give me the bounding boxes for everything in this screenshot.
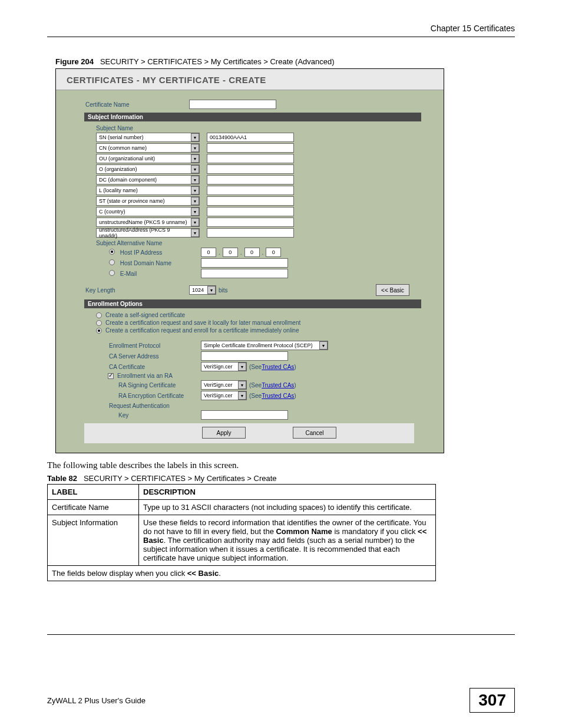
post-text: The following table describes the labels…: [47, 460, 515, 470]
ip-oct-2[interactable]: 0: [223, 248, 238, 257]
radio-host-ip[interactable]: [109, 249, 115, 255]
figure-label: Figure 204: [55, 57, 94, 66]
key-input[interactable]: [201, 410, 288, 420]
dd-text: O (organization): [99, 166, 137, 172]
table-row: The fields below display when you click …: [48, 566, 436, 581]
chevron-down-icon: ▼: [191, 144, 199, 152]
subject-val-st[interactable]: [207, 196, 294, 206]
ca-cert-select[interactable]: VeriSign.cer▼: [201, 362, 247, 371]
table-row: Subject Information Use these fields to …: [48, 515, 436, 566]
dot: .: [262, 249, 264, 256]
chevron-down-icon: ▼: [191, 176, 199, 184]
chevron-down-icon: ▼: [191, 165, 199, 173]
enroll-opt-selfsigned: Create a self-signed certificate: [105, 312, 185, 318]
screenshot-panel: CERTIFICATES - MY CERTIFICATE - CREATE C…: [55, 68, 444, 453]
keylen-select[interactable]: 1024▼: [189, 285, 216, 295]
host-domain-input[interactable]: [201, 258, 288, 268]
enroll-opt-csr-online: Create a certification request and enrol…: [105, 327, 299, 334]
ra-signing-select[interactable]: VeriSign.cer▼: [201, 380, 247, 390]
subject-val-dc[interactable]: [207, 175, 294, 185]
chevron-down-icon: ▼: [191, 154, 199, 163]
enroll-via-ra-label: Enrollment via an RA: [117, 373, 173, 379]
subject-dd-sn[interactable]: SN (serial number)▼: [96, 133, 200, 142]
dd-text: unstructuredName (PKCS 9 unname): [99, 219, 187, 225]
ip-oct-3[interactable]: 0: [244, 248, 260, 257]
cell-desc: Use these fields to record information t…: [139, 515, 436, 566]
chevron-down-icon: ▼: [319, 341, 328, 350]
chevron-down-icon: ▼: [191, 229, 199, 237]
ca-cert-label: CA Certificate: [108, 364, 201, 370]
span-bold: << Basic: [187, 569, 219, 578]
enroll-proto-select[interactable]: Simple Certificate Enrollment Protocol (…: [201, 341, 328, 350]
chevron-down-icon: ▼: [207, 286, 216, 294]
radio-email[interactable]: [109, 270, 115, 276]
table-caption-text: SECURITY > CERTIFICATES > My Certificate…: [84, 474, 277, 483]
ra-encrypt-label: RA Encryption Certificate: [117, 393, 201, 399]
ca-server-label: CA Server Address: [108, 353, 201, 360]
see-text: (See: [249, 364, 262, 370]
subject-dd-l[interactable]: L (locality name)▼: [96, 186, 200, 195]
req-auth-label: Request Authentication: [108, 403, 201, 409]
san-hostip-label: Host IP Address: [120, 249, 163, 256]
chevron-down-icon: ▼: [191, 197, 199, 205]
subject-val-unname[interactable]: [207, 218, 294, 227]
desc-text: . The certification authority may add fi…: [143, 536, 415, 562]
radio-csr-local[interactable]: [96, 320, 102, 326]
subject-dd-unname[interactable]: unstructuredName (PKCS 9 unname)▼: [96, 218, 200, 227]
dd-text: DC (domain component): [99, 177, 157, 183]
divider: [47, 37, 515, 37]
subject-val-c[interactable]: [207, 207, 294, 216]
ip-oct-1[interactable]: 0: [201, 248, 216, 257]
chevron-down-icon: ▼: [238, 381, 246, 389]
ip-oct-4[interactable]: 0: [266, 248, 281, 257]
radio-csr-online[interactable]: [96, 328, 102, 334]
close-paren: ): [294, 382, 296, 388]
san-label: Subject Alternative Name: [84, 240, 426, 246]
subject-val-sn[interactable]: 00134900AAA1: [207, 133, 294, 142]
basic-button[interactable]: << Basic: [376, 284, 409, 296]
cell-label: Certificate Name: [48, 500, 139, 515]
chevron-down-icon: ▼: [238, 363, 246, 371]
subject-dd-unaddr[interactable]: unstructuredAddress (PKCS 9 unaddr)▼: [96, 228, 200, 238]
subject-val-l[interactable]: [207, 186, 294, 195]
dot: .: [240, 249, 242, 256]
dd-text: Simple Certificate Enrollment Protocol (…: [204, 342, 313, 348]
subject-dd-ou[interactable]: OU (organizational unit)▼: [96, 154, 200, 163]
dot: .: [219, 249, 220, 256]
dd-text: unstructuredAddress (PKCS 9 unaddr): [99, 227, 190, 239]
cancel-button[interactable]: Cancel: [293, 427, 336, 439]
subject-dd-c[interactable]: C (country)▼: [96, 207, 200, 216]
san-hostdomain-label: Host Domain Name: [120, 260, 171, 266]
cell-span: The fields below display when you click …: [48, 566, 436, 581]
chevron-down-icon: ▼: [238, 391, 246, 400]
subject-val-unaddr[interactable]: [207, 228, 294, 238]
th-desc: DESCRIPTION: [139, 485, 436, 500]
subject-dd-o[interactable]: O (organization)▼: [96, 164, 200, 174]
email-input[interactable]: [201, 269, 288, 278]
radio-selfsigned[interactable]: [96, 312, 102, 318]
cert-name-input[interactable]: [189, 100, 276, 109]
ra-signing-label: RA Signing Certificate: [117, 382, 201, 388]
trusted-cas-link[interactable]: Trusted CAs: [262, 393, 294, 399]
enroll-proto-label: Enrollment Protocol: [108, 342, 201, 349]
subject-dd-st[interactable]: ST (state or province name)▼: [96, 196, 200, 206]
chevron-down-icon: ▼: [191, 133, 199, 141]
subject-name-label: Subject Name: [84, 125, 426, 131]
chk-enroll-via-ra[interactable]: [108, 373, 114, 379]
dd-text: VeriSign.cer: [204, 393, 233, 398]
ca-server-input[interactable]: [201, 351, 288, 361]
radio-host-domain[interactable]: [109, 259, 115, 265]
trusted-cas-link[interactable]: Trusted CAs: [262, 364, 294, 370]
subject-val-ou[interactable]: [207, 154, 294, 163]
page-title: CERTIFICATES - MY CERTIFICATE - CREATE: [56, 69, 444, 90]
subject-val-cn[interactable]: [207, 143, 294, 153]
th-label: LABEL: [48, 485, 139, 500]
ra-encrypt-select[interactable]: VeriSign.cer▼: [201, 391, 247, 400]
button-panel: Apply Cancel: [84, 423, 414, 443]
chapter-header: Chapter 15 Certificates: [47, 24, 515, 33]
subject-dd-dc[interactable]: DC (domain component)▼: [96, 175, 200, 185]
subject-val-o[interactable]: [207, 164, 294, 174]
apply-button[interactable]: Apply: [202, 427, 246, 439]
subject-dd-cn[interactable]: CN (common name)▼: [96, 143, 200, 153]
trusted-cas-link[interactable]: Trusted CAs: [262, 382, 294, 388]
